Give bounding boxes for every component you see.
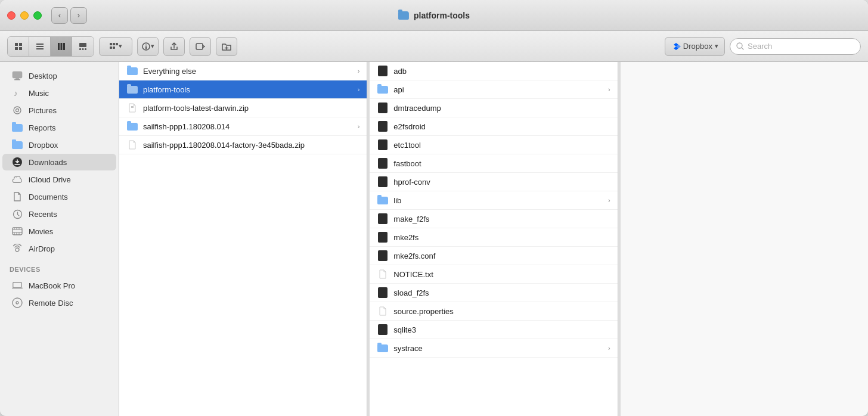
pictures-icon bbox=[12, 105, 23, 116]
everything-else-icon bbox=[126, 66, 138, 76]
maximize-button[interactable] bbox=[33, 11, 42, 20]
file-row-platform-tools[interactable]: platform-tools › bbox=[119, 80, 367, 99]
sidebar-item-movies[interactable]: Movies bbox=[2, 223, 116, 240]
adb-icon bbox=[377, 66, 389, 76]
back-button[interactable]: ‹ bbox=[51, 7, 68, 24]
search-icon bbox=[736, 42, 744, 50]
hprof-conv-icon bbox=[377, 177, 389, 187]
group-button[interactable]: ▾ bbox=[99, 37, 132, 56]
remote-disc-icon bbox=[12, 297, 23, 308]
new-folder-button[interactable] bbox=[216, 37, 237, 56]
sailfish-folder-name: sailfish-ppp1.180208.014 bbox=[143, 122, 353, 131]
nav-buttons: ‹ › bbox=[51, 7, 87, 24]
view-buttons bbox=[7, 36, 94, 57]
tag-button[interactable] bbox=[190, 37, 211, 56]
file-row-everything-else[interactable]: Everything else › bbox=[119, 62, 367, 80]
svg-rect-6 bbox=[36, 48, 44, 49]
file-row-mke2fs[interactable]: mke2fs bbox=[370, 228, 617, 247]
sqlite3-icon bbox=[377, 325, 389, 334]
sidebar-item-downloads[interactable]: Downloads bbox=[2, 154, 116, 170]
dropbox-folder-label: Dropbox bbox=[29, 141, 58, 150]
sidebar-item-remote-disc[interactable]: Remote Disc bbox=[2, 294, 116, 311]
desktop-icon bbox=[12, 70, 23, 81]
svg-rect-16 bbox=[116, 43, 118, 45]
sidebar-item-music[interactable]: ♪ Music bbox=[2, 85, 116, 101]
remote-disc-label: Remote Disc bbox=[29, 299, 73, 308]
sidebar-item-desktop[interactable]: Desktop bbox=[2, 67, 116, 84]
file-row-hprof-conv[interactable]: hprof-conv bbox=[370, 173, 617, 191]
sidebar-item-recents[interactable]: Recents bbox=[2, 206, 116, 222]
file-row-e2fsdroid[interactable]: e2fsdroid bbox=[370, 117, 617, 136]
sidebar-item-macbook[interactable]: MacBook Pro bbox=[2, 277, 116, 294]
recents-icon bbox=[12, 209, 23, 219]
minimize-button[interactable] bbox=[20, 11, 29, 20]
file-row-sailfish-folder[interactable]: sailfish-ppp1.180208.014 › bbox=[119, 117, 367, 136]
traffic-lights bbox=[7, 11, 42, 20]
lib-name: lib bbox=[393, 196, 603, 205]
dropbox-button[interactable]: Dropbox ▾ bbox=[665, 37, 725, 56]
everything-else-chevron: › bbox=[358, 67, 360, 74]
sload-f2fs-icon bbox=[377, 288, 389, 297]
svg-rect-9 bbox=[63, 43, 65, 50]
api-name: api bbox=[393, 85, 603, 94]
search-box[interactable]: Search bbox=[730, 38, 861, 55]
svg-rect-4 bbox=[36, 44, 44, 45]
icloud-label: iCloud Drive bbox=[29, 175, 71, 184]
e2fsdroid-icon bbox=[377, 122, 389, 131]
devices-header: Devices bbox=[10, 266, 41, 273]
make-f2fs-name: make_f2fs bbox=[393, 215, 610, 223]
systrace-icon bbox=[377, 343, 389, 353]
file-row-sailfish-zip[interactable]: sailfish-ppp1.180208.014-factory-3e45bad… bbox=[119, 136, 367, 154]
file-row-systrace[interactable]: systrace › bbox=[370, 339, 617, 358]
sailfish-folder-icon bbox=[126, 122, 138, 131]
sidebar-item-reports[interactable]: Reports bbox=[2, 119, 116, 136]
platform-tools-icon bbox=[126, 85, 138, 94]
svg-rect-17 bbox=[110, 46, 112, 49]
source-properties-name: source.properties bbox=[393, 307, 610, 316]
svg-rect-21 bbox=[145, 46, 147, 49]
mke2fs-icon bbox=[377, 232, 389, 242]
file-row-api[interactable]: api › bbox=[370, 80, 617, 99]
svg-rect-12 bbox=[82, 48, 84, 50]
gallery-view-button[interactable] bbox=[72, 37, 94, 56]
file-row-sqlite3[interactable]: sqlite3 bbox=[370, 321, 617, 339]
file-row-fastboot[interactable]: fastboot bbox=[370, 154, 617, 173]
list-view-button[interactable] bbox=[29, 37, 51, 56]
file-row-source-properties[interactable]: source.properties bbox=[370, 302, 617, 321]
mke2fs-name: mke2fs bbox=[393, 233, 610, 242]
svg-point-20 bbox=[145, 44, 147, 45]
reports-label: Reports bbox=[29, 123, 56, 132]
file-row-etc1tool[interactable]: etc1tool bbox=[370, 136, 617, 154]
share-button[interactable] bbox=[163, 37, 185, 56]
file-row-dmtracedump[interactable]: dmtracedump bbox=[370, 99, 617, 117]
etc1tool-name: etc1tool bbox=[393, 141, 610, 150]
svg-rect-5 bbox=[36, 46, 44, 47]
file-row-notice-txt[interactable]: NOTICE.txt bbox=[370, 265, 617, 284]
sidebar-item-documents[interactable]: Documents bbox=[2, 188, 116, 205]
file-row-adb[interactable]: adb bbox=[370, 62, 617, 80]
file-row-platform-zip[interactable]: platform-tools-latest-darwin.zip bbox=[119, 99, 367, 117]
notice-txt-icon bbox=[377, 269, 389, 279]
mke2fs-conf-name: mke2fs.conf bbox=[393, 252, 610, 260]
lib-icon bbox=[377, 195, 389, 205]
icon-view-button[interactable] bbox=[8, 37, 29, 56]
file-row-mke2fs-conf[interactable]: mke2fs.conf bbox=[370, 247, 617, 265]
forward-button[interactable]: › bbox=[70, 7, 87, 24]
close-button[interactable] bbox=[7, 11, 16, 20]
action-button[interactable]: ▾ bbox=[137, 37, 159, 56]
file-row-make-f2fs[interactable]: make_f2fs bbox=[370, 210, 617, 228]
column-view-button[interactable] bbox=[51, 37, 72, 56]
adb-name: adb bbox=[393, 67, 610, 76]
sailfish-zip-name: sailfish-ppp1.180208.014-factory-3e45bad… bbox=[143, 141, 359, 150]
sidebar-item-pictures[interactable]: Pictures bbox=[2, 102, 116, 119]
file-row-lib[interactable]: lib › bbox=[370, 191, 617, 210]
platform-zip-name: platform-tools-latest-darwin.zip bbox=[143, 104, 359, 113]
sidebar-item-icloud[interactable]: iCloud Drive bbox=[2, 171, 116, 188]
file-row-sload-f2fs[interactable]: sload_f2fs bbox=[370, 284, 617, 302]
svg-rect-7 bbox=[58, 43, 60, 50]
sailfish-folder-chevron: › bbox=[358, 123, 360, 130]
search-placeholder: Search bbox=[748, 42, 772, 51]
sidebar-item-dropbox[interactable]: Dropbox bbox=[2, 136, 116, 153]
sidebar-item-airdrop[interactable]: AirDrop bbox=[2, 240, 116, 257]
music-icon: ♪ bbox=[12, 88, 23, 98]
